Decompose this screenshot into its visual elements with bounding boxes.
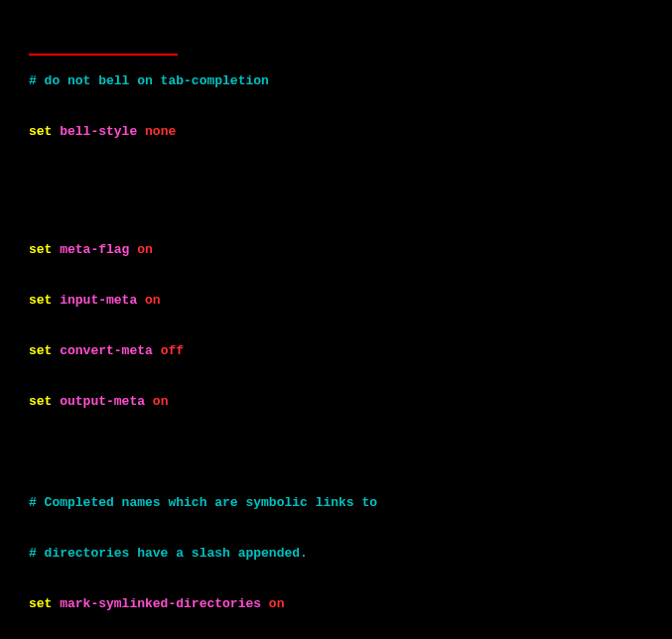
value-off: off xyxy=(161,343,184,358)
code-line: set convert-meta off xyxy=(29,342,672,359)
keyword-set: set xyxy=(29,394,52,409)
option: meta-flag xyxy=(52,242,129,257)
keyword-set: set xyxy=(29,596,52,611)
blank-line xyxy=(29,444,672,460)
code-line: set output-meta on xyxy=(29,393,672,410)
keyword-set: set xyxy=(29,124,52,139)
option: input-meta xyxy=(52,293,137,308)
option: convert-meta xyxy=(52,343,152,358)
code-line: # do not bell on tab-completion xyxy=(29,72,672,89)
comment: # Completed names which are symbolic lin… xyxy=(29,495,377,510)
comment: # do not bell on tab-completion xyxy=(29,73,269,88)
value-none: none xyxy=(145,124,176,139)
keyword-set: set xyxy=(29,242,52,257)
option: mark-symlinked-directories xyxy=(52,596,261,611)
underline-highlight xyxy=(29,54,178,56)
code-line: # directories have a slash appended. xyxy=(29,545,672,562)
comment: # directories have a slash appended. xyxy=(29,546,308,561)
keyword-set: set xyxy=(29,293,52,308)
value-on: on xyxy=(153,394,169,409)
option: bell-style xyxy=(52,124,137,139)
blank-line xyxy=(29,191,672,207)
code-line: set meta-flag on xyxy=(29,241,672,258)
terminal-viewport[interactable]: # do not bell on tab-completion set bell… xyxy=(0,0,672,639)
value-on: on xyxy=(269,596,285,611)
code-line: set input-meta on xyxy=(29,292,672,309)
value-on: on xyxy=(137,242,153,257)
code-line: # Completed names which are symbolic lin… xyxy=(29,494,672,511)
keyword-set: set xyxy=(29,343,52,358)
value-on: on xyxy=(145,293,161,308)
option: output-meta xyxy=(52,394,145,409)
code-line: set mark-symlinked-directories on xyxy=(29,595,672,612)
code-line: set bell-style none xyxy=(29,123,672,140)
